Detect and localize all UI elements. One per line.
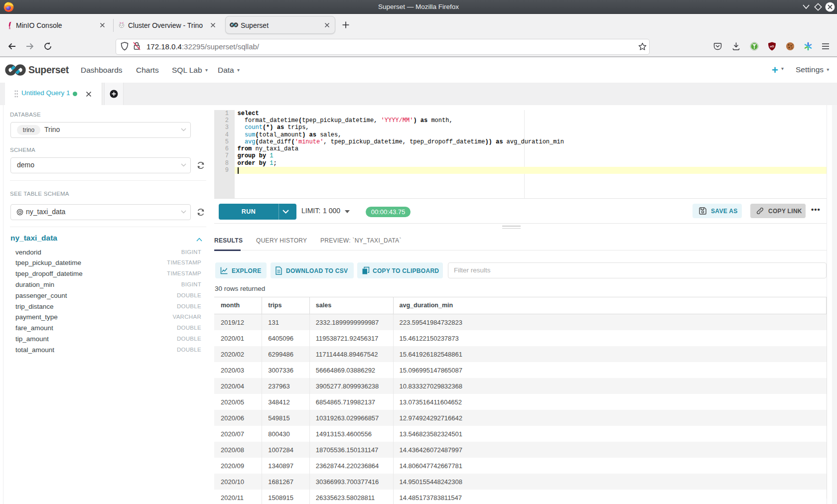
svg-text:uO: uO — [770, 45, 774, 48]
